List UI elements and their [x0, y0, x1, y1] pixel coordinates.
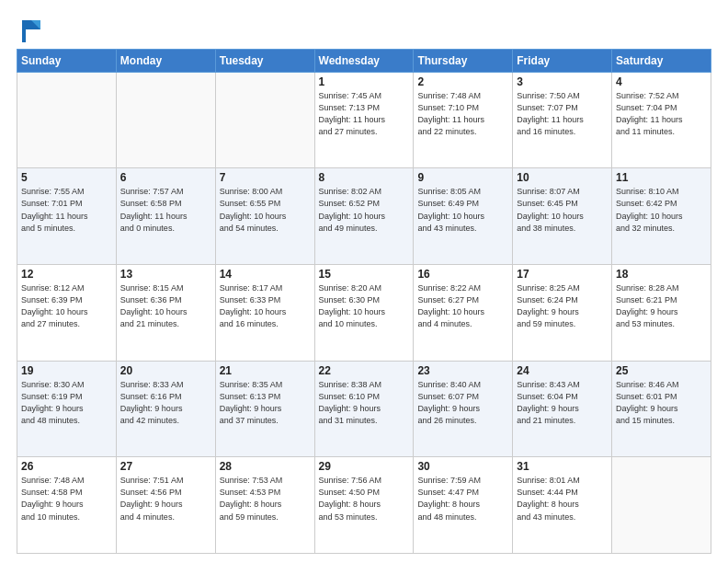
day-number: 18 — [616, 268, 707, 281]
day-number: 17 — [517, 268, 608, 281]
day-number: 28 — [220, 460, 311, 473]
day-number: 25 — [616, 364, 707, 377]
day-number: 16 — [417, 268, 508, 281]
day-detail: Sunrise: 8:25 AM Sunset: 6:24 PM Dayligh… — [517, 282, 608, 330]
day-detail: Sunrise: 7:55 AM Sunset: 7:01 PM Dayligh… — [21, 186, 112, 234]
logo — [17, 17, 44, 41]
day-number: 5 — [21, 171, 112, 184]
day-detail: Sunrise: 8:20 AM Sunset: 6:30 PM Dayligh… — [319, 282, 410, 330]
day-number: 14 — [220, 268, 311, 281]
calendar-cell: 14Sunrise: 8:17 AM Sunset: 6:33 PM Dayli… — [215, 265, 314, 362]
day-detail: Sunrise: 8:22 AM Sunset: 6:27 PM Dayligh… — [417, 282, 508, 330]
day-number: 15 — [319, 268, 410, 281]
calendar-cell: 16Sunrise: 8:22 AM Sunset: 6:27 PM Dayli… — [414, 265, 513, 362]
day-detail: Sunrise: 8:00 AM Sunset: 6:55 PM Dayligh… — [220, 186, 311, 234]
day-detail: Sunrise: 8:40 AM Sunset: 6:07 PM Dayligh… — [417, 379, 508, 427]
day-number: 29 — [319, 460, 410, 473]
day-number: 26 — [21, 460, 112, 473]
col-header-saturday: Saturday — [612, 49, 711, 72]
day-detail: Sunrise: 8:17 AM Sunset: 6:33 PM Dayligh… — [220, 282, 311, 330]
svg-rect-2 — [22, 29, 26, 42]
calendar-cell: 20Sunrise: 8:33 AM Sunset: 6:16 PM Dayli… — [116, 361, 215, 457]
calendar-cell: 11Sunrise: 8:10 AM Sunset: 6:42 PM Dayli… — [612, 168, 711, 265]
calendar-header-row: SundayMondayTuesdayWednesdayThursdayFrid… — [17, 49, 711, 72]
day-number: 8 — [319, 171, 410, 184]
calendar-cell: 12Sunrise: 8:12 AM Sunset: 6:39 PM Dayli… — [17, 265, 117, 362]
col-header-friday: Friday — [513, 49, 612, 72]
calendar-week-row: 19Sunrise: 8:30 AM Sunset: 6:19 PM Dayli… — [17, 361, 711, 457]
day-detail: Sunrise: 7:48 AM Sunset: 4:58 PM Dayligh… — [21, 475, 112, 523]
calendar-cell: 29Sunrise: 7:56 AM Sunset: 4:50 PM Dayli… — [314, 457, 414, 554]
day-detail: Sunrise: 8:07 AM Sunset: 6:45 PM Dayligh… — [517, 186, 608, 234]
calendar-cell: 4Sunrise: 7:52 AM Sunset: 7:04 PM Daylig… — [612, 72, 711, 168]
day-number: 19 — [21, 364, 112, 377]
day-number: 4 — [616, 75, 707, 88]
col-header-monday: Monday — [116, 49, 215, 72]
day-detail: Sunrise: 7:52 AM Sunset: 7:04 PM Dayligh… — [616, 90, 707, 138]
day-number: 7 — [220, 171, 311, 184]
header — [17, 17, 711, 41]
day-detail: Sunrise: 8:05 AM Sunset: 6:49 PM Dayligh… — [417, 186, 508, 234]
col-header-sunday: Sunday — [17, 49, 117, 72]
col-header-wednesday: Wednesday — [314, 49, 414, 72]
page: SundayMondayTuesdayWednesdayThursdayFrid… — [0, 0, 728, 563]
calendar-cell — [612, 457, 711, 554]
calendar-cell: 23Sunrise: 8:40 AM Sunset: 6:07 PM Dayli… — [414, 361, 513, 457]
day-detail: Sunrise: 7:57 AM Sunset: 6:58 PM Dayligh… — [120, 186, 211, 234]
calendar-cell: 2Sunrise: 7:48 AM Sunset: 7:10 PM Daylig… — [414, 72, 513, 168]
calendar-cell: 30Sunrise: 7:59 AM Sunset: 4:47 PM Dayli… — [414, 457, 513, 554]
calendar-cell — [215, 72, 314, 168]
day-detail: Sunrise: 7:48 AM Sunset: 7:10 PM Dayligh… — [417, 90, 508, 138]
day-detail: Sunrise: 8:28 AM Sunset: 6:21 PM Dayligh… — [616, 282, 707, 330]
day-number: 10 — [517, 171, 608, 184]
day-number: 20 — [120, 364, 211, 377]
calendar-cell: 22Sunrise: 8:38 AM Sunset: 6:10 PM Dayli… — [314, 361, 414, 457]
calendar-cell: 26Sunrise: 7:48 AM Sunset: 4:58 PM Dayli… — [17, 457, 117, 554]
day-detail: Sunrise: 8:15 AM Sunset: 6:36 PM Dayligh… — [120, 282, 211, 330]
day-number: 1 — [319, 75, 410, 88]
day-number: 2 — [417, 75, 508, 88]
day-number: 12 — [21, 268, 112, 281]
calendar-cell — [17, 72, 117, 168]
calendar-cell: 31Sunrise: 8:01 AM Sunset: 4:44 PM Dayli… — [513, 457, 612, 554]
calendar-cell: 19Sunrise: 8:30 AM Sunset: 6:19 PM Dayli… — [17, 361, 117, 457]
day-detail: Sunrise: 8:12 AM Sunset: 6:39 PM Dayligh… — [21, 282, 112, 330]
day-number: 6 — [120, 171, 211, 184]
day-number: 13 — [120, 268, 211, 281]
calendar-cell: 13Sunrise: 8:15 AM Sunset: 6:36 PM Dayli… — [116, 265, 215, 362]
calendar-cell: 7Sunrise: 8:00 AM Sunset: 6:55 PM Daylig… — [215, 168, 314, 265]
calendar-cell: 10Sunrise: 8:07 AM Sunset: 6:45 PM Dayli… — [513, 168, 612, 265]
day-detail: Sunrise: 8:10 AM Sunset: 6:42 PM Dayligh… — [616, 186, 707, 234]
col-header-tuesday: Tuesday — [215, 49, 314, 72]
calendar-cell: 17Sunrise: 8:25 AM Sunset: 6:24 PM Dayli… — [513, 265, 612, 362]
day-detail: Sunrise: 8:43 AM Sunset: 6:04 PM Dayligh… — [517, 379, 608, 427]
day-number: 31 — [517, 460, 608, 473]
calendar-cell: 21Sunrise: 8:35 AM Sunset: 6:13 PM Dayli… — [215, 361, 314, 457]
calendar-cell — [116, 72, 215, 168]
day-detail: Sunrise: 7:45 AM Sunset: 7:13 PM Dayligh… — [319, 90, 410, 138]
day-number: 9 — [417, 171, 508, 184]
day-detail: Sunrise: 8:01 AM Sunset: 4:44 PM Dayligh… — [517, 475, 608, 523]
col-header-thursday: Thursday — [414, 49, 513, 72]
calendar-cell: 27Sunrise: 7:51 AM Sunset: 4:56 PM Dayli… — [116, 457, 215, 554]
day-detail: Sunrise: 8:46 AM Sunset: 6:01 PM Dayligh… — [616, 379, 707, 427]
calendar-cell: 1Sunrise: 7:45 AM Sunset: 7:13 PM Daylig… — [314, 72, 414, 168]
calendar-cell: 18Sunrise: 8:28 AM Sunset: 6:21 PM Dayli… — [612, 265, 711, 362]
day-detail: Sunrise: 8:38 AM Sunset: 6:10 PM Dayligh… — [319, 379, 410, 427]
day-detail: Sunrise: 8:33 AM Sunset: 6:16 PM Dayligh… — [120, 379, 211, 427]
day-detail: Sunrise: 7:53 AM Sunset: 4:53 PM Dayligh… — [220, 475, 311, 523]
day-number: 23 — [417, 364, 508, 377]
calendar-cell: 28Sunrise: 7:53 AM Sunset: 4:53 PM Dayli… — [215, 457, 314, 554]
calendar-cell: 9Sunrise: 8:05 AM Sunset: 6:49 PM Daylig… — [414, 168, 513, 265]
calendar-cell: 6Sunrise: 7:57 AM Sunset: 6:58 PM Daylig… — [116, 168, 215, 265]
calendar-week-row: 1Sunrise: 7:45 AM Sunset: 7:13 PM Daylig… — [17, 72, 711, 168]
day-number: 27 — [120, 460, 211, 473]
day-detail: Sunrise: 7:50 AM Sunset: 7:07 PM Dayligh… — [517, 90, 608, 138]
day-detail: Sunrise: 8:35 AM Sunset: 6:13 PM Dayligh… — [220, 379, 311, 427]
day-detail: Sunrise: 8:30 AM Sunset: 6:19 PM Dayligh… — [21, 379, 112, 427]
calendar-cell: 8Sunrise: 8:02 AM Sunset: 6:52 PM Daylig… — [314, 168, 414, 265]
calendar-table: SundayMondayTuesdayWednesdayThursdayFrid… — [17, 49, 711, 554]
day-number: 24 — [517, 364, 608, 377]
calendar-cell: 15Sunrise: 8:20 AM Sunset: 6:30 PM Dayli… — [314, 265, 414, 362]
calendar-week-row: 12Sunrise: 8:12 AM Sunset: 6:39 PM Dayli… — [17, 265, 711, 362]
